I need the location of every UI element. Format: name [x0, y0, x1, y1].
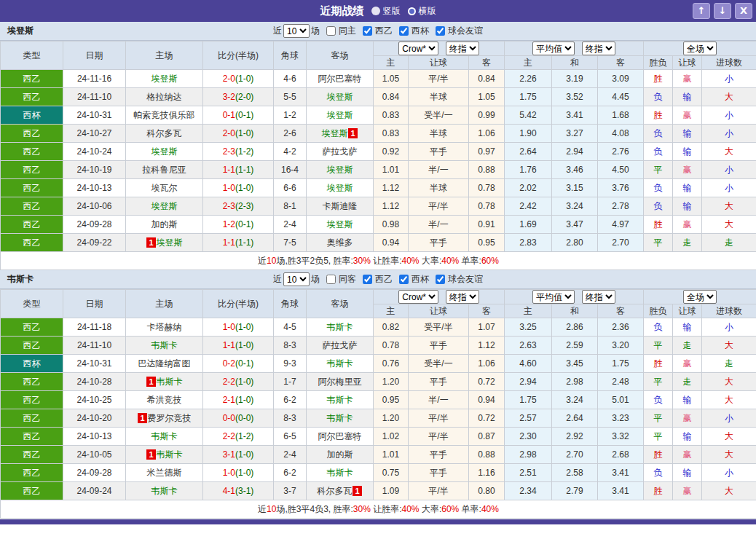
result-handicap-cell: 输: [673, 179, 702, 197]
avg-draw-cell: 2.64: [552, 409, 598, 428]
match-date-cell: 24-10-19: [63, 161, 126, 179]
avg-company-select[interactable]: 平均值: [532, 290, 575, 304]
team-link[interactable]: 埃登斯: [327, 110, 353, 120]
avg-away-cell: 2.68: [598, 446, 644, 464]
team-link[interactable]: 韦斯卡: [327, 358, 353, 369]
same-venue-checkbox[interactable]: [326, 26, 336, 36]
team-link[interactable]: 萨拉戈萨: [323, 340, 358, 350]
team-link[interactable]: 埃登斯: [327, 183, 353, 193]
result-goals-cell: 大: [702, 482, 756, 500]
same-venue-checkbox[interactable]: [326, 275, 336, 284]
odds-home-cell: 1.01: [374, 161, 409, 179]
team-link[interactable]: 埃登斯: [327, 92, 353, 102]
close-button[interactable]: X: [735, 3, 752, 19]
team-link[interactable]: 费罗尔竞技: [148, 413, 192, 423]
friendly-checkbox[interactable]: [436, 26, 445, 36]
summary-stat-label: 单率:: [459, 504, 481, 514]
radio-horizontal-layout[interactable]: 横版: [408, 5, 436, 17]
team-link[interactable]: 格拉纳达: [147, 92, 182, 102]
team-link[interactable]: 阿尔巴塞特: [318, 74, 362, 84]
cup-checkbox[interactable]: [399, 26, 409, 36]
corner-cell: 8-3: [274, 337, 307, 355]
avg-type-select[interactable]: 终指: [582, 42, 615, 55]
team-link[interactable]: 埃登斯: [151, 146, 178, 157]
score-cell: 0-0(0-0): [203, 409, 274, 428]
avg-group-header: 平均值 终指: [505, 290, 644, 304]
cup-checkbox[interactable]: [399, 275, 409, 284]
team-link[interactable]: 埃登斯: [327, 219, 353, 229]
team-link[interactable]: 韦斯卡: [151, 431, 178, 441]
team-link[interactable]: 希洪竞技: [147, 395, 182, 405]
match-type-cell: 西乙: [1, 197, 63, 216]
team-link[interactable]: 加的斯: [327, 449, 353, 460]
results-table: 类型 日期 主场 比分(半场) 角球 客场 Crow* 终指 平均值 终指: [0, 41, 756, 270]
team-link[interactable]: 埃瓦尔: [151, 183, 178, 193]
team-link[interactable]: 埃登斯: [327, 165, 353, 175]
friendly-label: 球会友谊: [448, 273, 483, 286]
result-scope-select[interactable]: 全场: [683, 42, 717, 55]
team-link[interactable]: 加的斯: [151, 219, 178, 229]
match-row: 西乙24-10-24埃登斯2-3(1-2)4-2萨拉戈萨0.92平手0.972.…: [1, 143, 756, 161]
team-link[interactable]: 韦斯卡: [157, 449, 183, 460]
corner-cell: 2-4: [274, 216, 307, 234]
team-link[interactable]: 帕索竞技俱乐部: [134, 110, 195, 120]
result-scope-select[interactable]: 全场: [683, 290, 717, 304]
team-link[interactable]: 萨拉戈萨: [323, 146, 358, 157]
odds-type-select[interactable]: 终指: [446, 290, 479, 304]
team-link[interactable]: 科尔多瓦: [317, 486, 352, 496]
result-handicap-cell: 赢: [673, 482, 702, 500]
team-link[interactable]: 韦斯卡: [151, 486, 178, 496]
summary-stat-value: 60%: [481, 256, 499, 266]
team-link[interactable]: 埃登斯: [321, 128, 347, 138]
match-date-cell: 24-09-24: [63, 482, 126, 500]
team-link[interactable]: 米兰德斯: [147, 468, 182, 478]
friendly-checkbox[interactable]: [436, 275, 445, 284]
score-cell: 2-0(1-0): [203, 70, 274, 88]
section-controls: 埃登斯 近 10 场 同主 西乙 西杯 球会友谊: [0, 22, 756, 41]
team-link[interactable]: 韦斯卡: [327, 322, 353, 332]
match-count-select[interactable]: 10: [283, 272, 310, 286]
team-link[interactable]: 韦斯卡: [151, 340, 178, 350]
team-link[interactable]: 阿尔梅里亚: [318, 377, 362, 387]
league-checkbox[interactable]: [363, 275, 372, 284]
result-goals-cell: 大: [702, 391, 756, 409]
team-link[interactable]: 拉科鲁尼亚: [143, 165, 186, 175]
match-type-cell: 西乙: [1, 409, 63, 428]
odds-company-select[interactable]: Crow*: [398, 290, 438, 304]
match-count-select[interactable]: 10: [283, 24, 310, 38]
move-up-button[interactable]: ↑: [693, 3, 710, 19]
avg-type-select[interactable]: 终指: [582, 290, 615, 304]
league-checkbox[interactable]: [363, 26, 372, 36]
team-link[interactable]: 卡斯迪隆: [323, 201, 358, 211]
radio-vertical-layout[interactable]: 竖版: [371, 5, 401, 17]
move-down-button[interactable]: ↓: [714, 3, 731, 19]
odds-home-cell: 1.02: [374, 428, 409, 446]
avg-away-cell: 3.32: [598, 428, 644, 446]
team-link[interactable]: 韦斯卡: [327, 395, 353, 405]
fulltime-score: 1-0: [223, 183, 235, 193]
team-link[interactable]: 埃登斯: [151, 74, 178, 84]
team-link[interactable]: 韦斯卡: [157, 377, 183, 387]
odds-type-select[interactable]: 终指: [446, 42, 479, 55]
match-date-cell: 24-09-22: [63, 234, 126, 252]
avg-home-cell: 1.90: [505, 125, 552, 143]
odds-handicap-cell: 平手: [409, 143, 469, 161]
result-handicap-cell: 输: [673, 197, 702, 216]
team-link[interactable]: 韦斯卡: [327, 413, 353, 423]
team-link[interactable]: 韦斯卡: [327, 468, 353, 478]
team-section: 埃登斯 近 10 场 同主 西乙 西杯 球会友谊: [0, 22, 756, 270]
team-link[interactable]: 科尔多瓦: [147, 128, 182, 138]
cup-label: 西杯: [412, 25, 429, 37]
team-link[interactable]: 卡塔赫纳: [147, 322, 182, 332]
halftime-score: (1-0): [235, 74, 253, 84]
result-handicap-cell: 走: [673, 337, 702, 355]
team-link[interactable]: 埃登斯: [151, 201, 178, 211]
avg-company-select[interactable]: 平均值: [532, 42, 575, 55]
fulltime-score: 0-1: [223, 110, 235, 120]
team-link[interactable]: 埃登斯: [157, 237, 183, 248]
odds-company-select[interactable]: Crow*: [398, 42, 438, 55]
summary-stat-value: 30%: [353, 256, 371, 266]
team-link[interactable]: 巴达隆纳富图: [138, 358, 191, 369]
team-link[interactable]: 阿尔巴塞特: [318, 431, 362, 441]
team-link[interactable]: 奥维多: [327, 237, 353, 248]
